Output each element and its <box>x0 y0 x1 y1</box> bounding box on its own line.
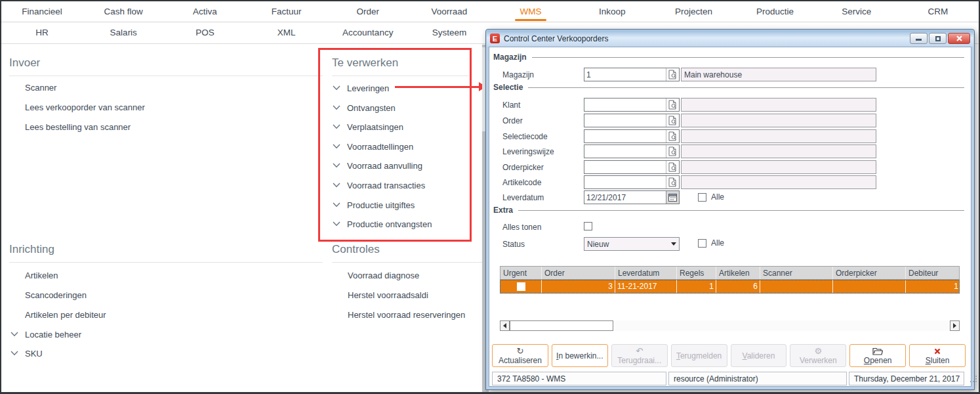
tab-activa[interactable]: Activa <box>164 1 245 22</box>
browse-button[interactable] <box>666 68 679 81</box>
menu-item-herstel-voorraad-reserveringen[interactable]: Herstel voorraad reserveringen <box>348 309 465 320</box>
column-header-leverdatum[interactable]: Leverdatum <box>615 267 676 279</box>
close-button[interactable] <box>948 33 970 44</box>
orderpicker-input[interactable] <box>584 160 680 174</box>
artikelcode-input[interactable] <box>584 175 680 189</box>
urgent-checkbox[interactable] <box>517 282 525 291</box>
button-label: Actualiseren <box>499 356 542 365</box>
selectiecode-input[interactable] <box>584 129 680 143</box>
tab-xml[interactable]: XML <box>245 22 327 43</box>
tab-order[interactable]: Order <box>327 1 409 22</box>
gear-icon: ⚙ <box>814 347 822 356</box>
lookup-icon <box>668 177 677 187</box>
column-header-regels[interactable]: Regels <box>676 267 716 279</box>
tab-service[interactable]: Service <box>816 1 897 22</box>
column-header-debiteur[interactable]: Debiteur <box>905 267 960 279</box>
tab-hr[interactable]: HR <box>1 22 83 43</box>
field-label-magazijn: Magazijn <box>502 70 534 79</box>
tab-projecten[interactable]: Projecten <box>653 1 734 22</box>
alle-checkbox[interactable] <box>698 193 706 202</box>
tab-financieel[interactable]: Financieel <box>1 1 83 22</box>
scrollbar-thumb[interactable] <box>510 320 613 331</box>
verwerken-button[interactable]: ⚙ Verwerken <box>790 344 846 367</box>
tab-salaris[interactable]: Salaris <box>83 22 164 43</box>
menu-item-artikelen-per-debiteur[interactable]: Artikelen per debiteur <box>25 309 106 320</box>
folder-icon <box>872 347 883 356</box>
scroll-left-button[interactable] <box>500 320 510 331</box>
alle-checkbox[interactable] <box>698 239 706 248</box>
arrow-right-icon <box>953 323 956 328</box>
order-description-field <box>681 114 876 127</box>
browse-button[interactable] <box>666 161 679 173</box>
maximize-button[interactable] <box>929 33 947 44</box>
table-header-row: Urgent Order Leverdatum Regels Artikelen… <box>500 266 960 280</box>
sluiten-button[interactable]: Sluiten <box>909 344 966 367</box>
menu-item-sku[interactable]: SKU <box>10 347 43 359</box>
dialog-titlebar[interactable]: E Control Center Verkooporders <box>487 30 973 47</box>
close-icon <box>956 35 962 41</box>
valideren-button[interactable]: Valideren <box>731 344 787 367</box>
tab-crm[interactable]: CRM <box>897 1 979 22</box>
alle-label: Alle <box>711 192 724 202</box>
section-header-inrichting: Inrichting <box>9 243 323 263</box>
menu-item-herstel-voorraadsaldi[interactable]: Herstel voorraadsaldi <box>348 289 428 301</box>
tab-voorraad[interactable]: Voorraad <box>409 1 490 22</box>
menu-item-artikelen[interactable]: Artikelen <box>25 269 58 281</box>
lookup-icon <box>668 131 677 141</box>
minimize-button[interactable] <box>910 33 928 44</box>
browse-button[interactable] <box>666 114 679 127</box>
tab-inkoop[interactable]: Inkoop <box>571 1 653 22</box>
tab-systeem[interactable]: Systeem <box>409 22 490 43</box>
tab-accountancy[interactable]: Accountancy <box>327 22 409 43</box>
column-header-scanner[interactable]: Scanner <box>760 267 832 279</box>
in-bewerking-button[interactable]: In bewerkin... <box>552 344 608 367</box>
table-horizontal-scrollbar[interactable] <box>500 320 960 331</box>
terugmelden-button[interactable]: Terugmelden <box>671 344 727 367</box>
column-header-orderpicker[interactable]: Orderpicker <box>832 267 905 279</box>
scroll-right-button[interactable] <box>950 320 960 331</box>
menu-item-locatie-beheer[interactable]: Locatie beheer <box>10 328 81 340</box>
alles-tonen-checkbox[interactable] <box>584 222 592 230</box>
actualiseren-button[interactable]: ↻ Actualiseren <box>492 344 548 367</box>
maximize-icon <box>935 36 941 41</box>
calendar-icon <box>668 193 677 202</box>
leveringswijze-input[interactable] <box>584 144 680 158</box>
magazijn-input[interactable]: 1 <box>584 68 680 81</box>
tab-pos[interactable]: POS <box>164 22 245 43</box>
active-tab-underline <box>515 19 546 21</box>
menu-item-scanner[interactable]: Scanner <box>25 81 56 93</box>
tab-factuur[interactable]: Factuur <box>245 1 327 22</box>
column-header-artikelen[interactable]: Artikelen <box>716 267 760 279</box>
openen-button[interactable]: Openen <box>849 344 906 367</box>
leverdatum-input[interactable]: 12/21/2017 <box>584 190 680 204</box>
klant-input[interactable] <box>584 98 680 112</box>
calendar-button[interactable] <box>666 191 679 204</box>
tab-wms[interactable]: WMS <box>490 1 571 22</box>
terugdraaien-button[interactable]: ↶ Terugdraai... <box>611 344 668 367</box>
dropdown-arrow-icon <box>668 238 679 250</box>
browse-button[interactable] <box>666 145 679 158</box>
order-input[interactable] <box>584 114 680 127</box>
dialog-control-center-verkooporders: E Control Center Verkooporders Magazijn … <box>485 29 975 390</box>
column-header-urgent[interactable]: Urgent <box>500 267 541 279</box>
menu-item-voorraad-diagnose[interactable]: Voorraad diagnose <box>348 269 419 281</box>
tab-productie[interactable]: Productie <box>734 1 815 22</box>
close-red-icon <box>934 347 941 356</box>
menu-item-scancoderingen[interactable]: Scancoderingen <box>25 289 87 301</box>
resize-grip[interactable] <box>970 376 977 385</box>
table-row[interactable]: 3 11-21-2017 1 6 1 <box>500 280 960 294</box>
lookup-icon <box>668 100 677 110</box>
status-dropdown[interactable]: Nieuw <box>584 237 680 251</box>
browse-button[interactable] <box>666 130 679 142</box>
browse-button[interactable] <box>666 176 679 188</box>
app-window: Financieel Cash flow Activa Factuur Orde… <box>0 0 980 394</box>
menu-item-lees-verkooporder[interactable]: Lees verkooporder van scanner <box>25 101 145 113</box>
refresh-icon: ↻ <box>516 347 523 356</box>
dialog-statusbar: 372 TA8580 - WMS resource (Administrator… <box>492 372 964 385</box>
field-label-alles-tonen: Alles tonen <box>502 223 541 232</box>
artikelen-cell: 6 <box>716 280 760 293</box>
browse-button[interactable] <box>666 98 679 111</box>
menu-item-lees-bestelling[interactable]: Lees bestelling van scanner <box>25 121 131 133</box>
tab-cash-flow[interactable]: Cash flow <box>83 1 164 22</box>
column-header-order[interactable]: Order <box>541 267 615 279</box>
